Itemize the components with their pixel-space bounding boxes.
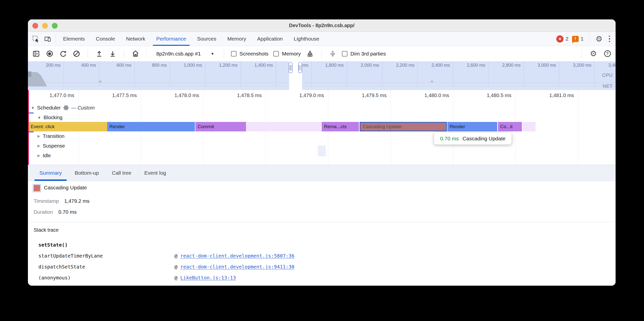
ruler-tick-label: 1,477.5 ms — [96, 93, 139, 98]
target-selector-value: 8p2n9n.csb.app #1 — [156, 51, 201, 57]
details-tab-bottom-up[interactable]: Bottom-up — [68, 165, 106, 181]
divider — [88, 49, 88, 58]
cpu-lane-label: CPU — [602, 72, 612, 78]
capture-settings-gear-icon[interactable]: ⚙ — [589, 49, 598, 58]
toggle-sidebar-icon[interactable] — [32, 49, 40, 58]
warning-badge[interactable]: ! 1 — [572, 36, 584, 42]
selection-left-handle[interactable] — [288, 62, 292, 73]
stack-frame-row: (anonymous)@ LikeButton.js:13:13 — [28, 275, 616, 282]
flame-bar-render[interactable]: Render — [447, 122, 497, 131]
flame-bar-rema-cts[interactable]: Rema...cts — [322, 122, 359, 131]
tab-performance[interactable]: Performance — [151, 32, 192, 46]
home-icon[interactable] — [131, 49, 140, 58]
expand-arrow-icon[interactable]: ▶ — [38, 153, 40, 158]
reload-and-record-icon[interactable] — [59, 49, 67, 58]
stack-frame-row: startUpdateTimerByLane@ react-dom-client… — [28, 253, 616, 261]
selection-right-handle[interactable] — [298, 62, 302, 73]
record-icon[interactable] — [45, 49, 54, 58]
overview-tick-label: 2,600 ms — [452, 63, 487, 68]
details-tabbar: SummaryBottom-upCall treeEvent log — [28, 165, 616, 181]
overview-tick-label: 2,200 ms — [381, 63, 416, 68]
lane-header-suspense[interactable]: ▶Suspense — [28, 141, 616, 151]
download-profile-icon[interactable] — [108, 49, 117, 58]
lane-header-idle[interactable]: ▶Idle — [28, 151, 616, 160]
error-badge[interactable]: ✕ 2 — [556, 35, 568, 42]
lane-header-transition[interactable]: ▶Transition — [28, 131, 616, 141]
memory-label: Memory — [282, 51, 301, 57]
minimize-window-button[interactable] — [42, 23, 48, 29]
flame-bar-blank[interactable] — [246, 122, 322, 131]
stack-trace-section: Stack trace setState() startUpdateTimerB… — [28, 222, 616, 286]
ruler-tick-label: 1,480.5 ms — [471, 93, 514, 98]
stack-frame-header: setState() — [38, 242, 68, 248]
collapse-arrow-icon[interactable]: ▼ — [31, 106, 35, 110]
duration-row: Duration0.70 ms — [34, 209, 76, 215]
summary-event-title: Cascading Update — [44, 185, 87, 191]
overview-baseline — [28, 82, 616, 83]
settings-gear-icon[interactable]: ⚙ — [595, 35, 604, 43]
tabbar-left-icons — [32, 32, 53, 46]
overview-tick-label: 200 ms — [28, 63, 62, 68]
stack-frame-function: startUpdateTimerByLane — [38, 253, 103, 259]
tab-network[interactable]: Network — [121, 32, 151, 46]
event-color-swatch — [34, 185, 40, 191]
tab-console[interactable]: Console — [90, 32, 121, 46]
tab-lighthouse[interactable]: Lighthouse — [288, 32, 325, 46]
overview-tick-label: 3,400 ms — [594, 63, 616, 68]
timeline-overview[interactable]: CPU NET 200 ms400 ms600 ms800 ms1,000 ms… — [28, 61, 616, 90]
target-selector[interactable]: 8p2n9n.csb.app #1 ▼ — [154, 51, 217, 57]
details-tab-event-log[interactable]: Event log — [138, 165, 173, 181]
stack-frame-location: @ LikeButton.js:13:13 — [174, 275, 236, 281]
flame-bar-commit[interactable]: Commit — [196, 122, 246, 131]
screenshots-checkbox[interactable]: Screenshots — [231, 51, 269, 57]
inspect-element-icon[interactable] — [32, 35, 40, 43]
tab-application[interactable]: Application — [252, 32, 288, 46]
overview-tick-label: 400 ms — [62, 63, 98, 68]
error-count: 2 — [566, 36, 568, 42]
flame-chart[interactable]: ▼ Scheduler — Custom ▼ Blocking — [28, 90, 616, 165]
flame-bar-render[interactable]: Render — [107, 122, 195, 131]
toolbar-right: ⚙ ? — [580, 49, 612, 58]
upload-profile-icon[interactable] — [95, 49, 104, 58]
collapse-arrow-icon[interactable]: ▼ — [38, 116, 41, 120]
divider — [124, 49, 124, 58]
screenshots-label: Screenshots — [240, 51, 269, 57]
source-location-link[interactable]: react-dom-client.development.js:9411:30 — [180, 264, 294, 270]
flame-bar-co-it[interactable]: Co...it — [498, 122, 522, 131]
ruler-tick-label: 1,478.5 ms — [221, 93, 264, 98]
details-tab-call-tree[interactable]: Call tree — [106, 165, 138, 181]
overview-tick-label: 2,800 ms — [487, 63, 522, 68]
details-tab-summary[interactable]: Summary — [33, 165, 68, 181]
devtools-window: DevTools - 8p2n9n.csb.app/ — [28, 19, 616, 286]
blocking-lane-header[interactable]: ▼ Blocking — [28, 113, 616, 122]
tabbar-right: ✕ 2 ! 1 ⚙ — [556, 32, 612, 46]
divider — [582, 49, 582, 58]
screenshot-stage: DevTools - 8p2n9n.csb.app/ — [0, 0, 644, 321]
expand-arrow-icon[interactable]: ▶ — [38, 134, 40, 138]
scheduler-track-header[interactable]: ▼ Scheduler — Custom — [28, 103, 616, 113]
dim-3rd-parties-checkbox[interactable]: Dim 3rd parties — [342, 51, 386, 57]
tab-sources[interactable]: Sources — [192, 32, 222, 46]
panel-tabs: ElementsConsoleNetworkPerformanceSources… — [58, 32, 325, 46]
tab-elements[interactable]: Elements — [58, 32, 90, 46]
device-toolbar-icon[interactable] — [43, 35, 52, 43]
source-location-link[interactable]: LikeButton.js:13:13 — [180, 275, 236, 281]
memory-checkbox[interactable]: Memory — [274, 51, 301, 57]
tab-memory[interactable]: Memory — [222, 32, 252, 46]
stack-frame-row: dispatchSetState@ react-dom-client.devel… — [28, 264, 616, 272]
more-options-icon[interactable] — [607, 36, 612, 42]
expand-arrow-icon[interactable]: ▶ — [38, 144, 40, 148]
collapse-icon[interactable] — [328, 49, 337, 58]
source-location-link[interactable]: react-dom-client.development.js:5807:36 — [180, 253, 294, 259]
flame-bar-cascading-update[interactable]: Cascading Update — [360, 122, 447, 131]
react-atom-icon — [63, 105, 69, 111]
collect-garbage-icon[interactable] — [306, 49, 314, 58]
zoom-window-button[interactable] — [52, 23, 58, 29]
help-icon[interactable]: ? — [603, 49, 612, 58]
divider — [55, 35, 56, 43]
flame-bar-event-click[interactable]: Event: click — [28, 122, 107, 131]
clear-icon[interactable] — [72, 49, 81, 58]
close-window-button[interactable] — [32, 23, 38, 29]
flame-bar-blank[interactable] — [523, 122, 536, 131]
track-left-edge — [28, 90, 29, 165]
